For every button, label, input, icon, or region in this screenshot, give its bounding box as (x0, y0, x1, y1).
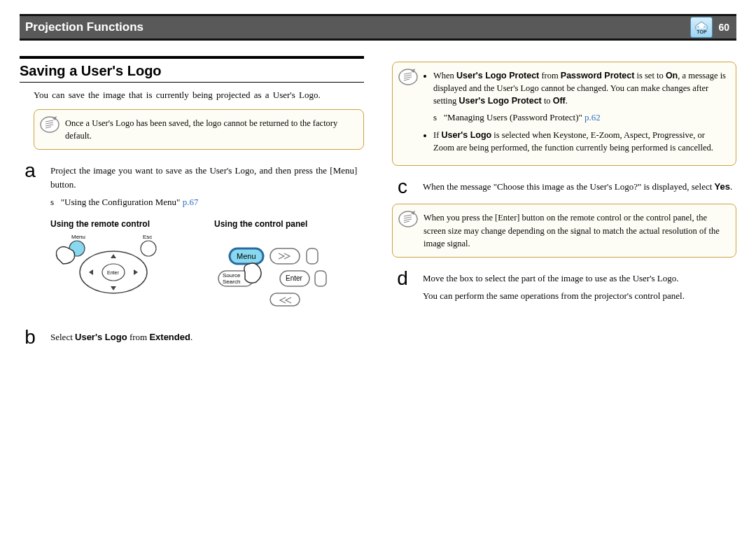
illus-remote: Using the remote control Menu Esc (50, 212, 200, 311)
left-column: Saving a User's Logo You can save the im… (20, 56, 364, 354)
step-d: d Move the box to select the part of the… (392, 269, 736, 303)
top-icon[interactable]: TOP (690, 17, 713, 38)
step-a-text: Project the image you want to save as th… (50, 165, 357, 190)
svg-text:Enter: Enter (286, 274, 303, 282)
svg-rect-17 (307, 248, 318, 264)
remote-control-illustration: Menu Esc Enter (50, 230, 169, 307)
svg-text:Enter: Enter (107, 270, 119, 275)
panel-sub-heading: Using the control panel (214, 218, 364, 230)
note-box-3: When you press the [Enter] button on the… (392, 204, 736, 257)
note-box-1: Once a User's Logo has been saved, the l… (34, 109, 364, 150)
svg-point-29 (399, 211, 417, 227)
header-right: TOP 60 (690, 17, 729, 38)
svg-rect-1 (704, 26, 706, 28)
illus-panel: Using the control panel Menu SourceSearc… (214, 212, 364, 311)
svg-rect-22 (315, 271, 326, 286)
note-bullet-1: When User's Logo Protect from Password P… (433, 69, 726, 125)
step-a-body: Project the image you want to save as th… (50, 161, 364, 321)
step-b: b Select User's Logo from Extended. (20, 328, 364, 347)
remote-sub-heading: Using the remote control (50, 218, 200, 230)
step-b-body: Select User's Logo from Extended. (50, 328, 364, 347)
step-a: a Project the image you want to save as … (20, 161, 364, 321)
svg-point-10 (141, 241, 156, 256)
header-bar: Projection Functions TOP 60 (20, 14, 736, 41)
note-icon (398, 68, 418, 86)
svg-text:SourceSearch: SourceSearch (223, 272, 241, 285)
note-icon (40, 115, 59, 134)
step-d-body: Move the box to select the part of the i… (423, 269, 736, 303)
step-a-ref: s "Using the Configuration Menu" p.67 (50, 195, 364, 209)
svg-point-24 (399, 69, 417, 85)
note-text: Once a User's Logo has been saved, the l… (65, 118, 337, 141)
house-icon (695, 21, 708, 29)
svg-rect-0 (697, 26, 699, 28)
step-c: c When the message "Choose this image as… (392, 177, 736, 197)
step-letter-a: a (20, 161, 41, 321)
manual-page: Projection Functions TOP 60 Saving a Use… (0, 0, 756, 354)
note-icon (398, 210, 418, 228)
control-panel-illustration: Menu SourceSearch Enter (214, 230, 340, 307)
step-letter-d: d (392, 269, 413, 303)
note-text: When you press the [Enter] button on the… (424, 213, 720, 248)
page-ref-link[interactable]: p.62 (584, 112, 601, 122)
svg-text:Menu: Menu (71, 234, 85, 240)
intro-text: You can save the image that is currently… (20, 90, 364, 101)
step-letter-b: b (20, 328, 41, 347)
note-list: When User's Logo Protect from Password P… (424, 69, 726, 154)
page-ref-link[interactable]: p.67 (183, 197, 199, 207)
header-title: Projection Functions (25, 20, 144, 34)
step-letter-c: c (392, 177, 413, 197)
svg-point-2 (41, 117, 59, 132)
section-heading: Saving a User's Logo (20, 56, 364, 83)
right-column: When User's Logo Protect from Password P… (392, 56, 736, 354)
svg-text:Esc: Esc (143, 234, 152, 240)
svg-text:Menu: Menu (237, 252, 256, 260)
illustration-row: Using the remote control Menu Esc (50, 212, 364, 311)
page-number: 60 (718, 22, 729, 33)
step-c-body: When the message "Choose this image as t… (423, 177, 736, 197)
note-box-2: When User's Logo Protect from Password P… (392, 62, 736, 166)
note-bullet-2: If User's Logo is selected when Keystone… (433, 129, 726, 154)
content-columns: Saving a User's Logo You can save the im… (20, 56, 736, 354)
svg-rect-23 (270, 293, 300, 306)
note-ref: s "Managing Users (Password Protect)" p.… (433, 111, 726, 125)
